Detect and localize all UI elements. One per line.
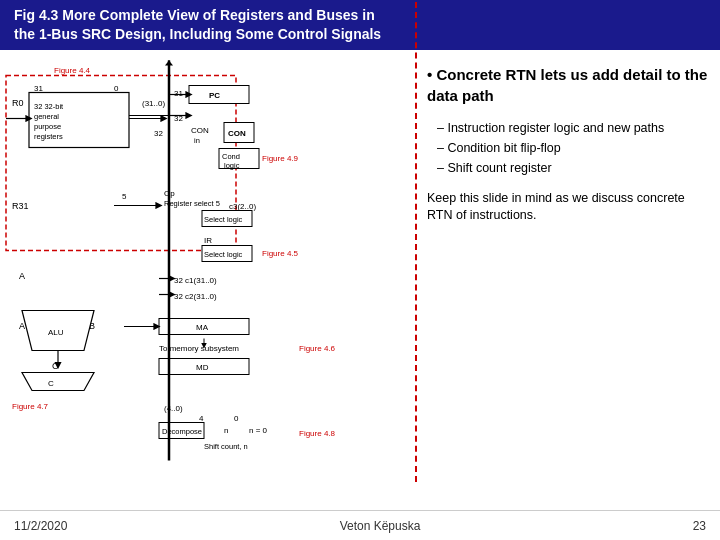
figure48-label: Figure 4.8	[299, 428, 336, 437]
footer-author: Veton Këpuska	[340, 519, 421, 533]
svg-text:CON: CON	[191, 125, 209, 134]
figure47-label: Figure 4.7	[12, 401, 49, 410]
svg-text:(31..0): (31..0)	[142, 98, 165, 107]
svg-text:31: 31	[34, 83, 43, 92]
svg-text:Shift count, n: Shift count, n	[204, 441, 248, 450]
svg-text:logic: logic	[224, 160, 240, 169]
diagram-area: Figure 4.4 R0 31 0 32 32-bit general pur…	[0, 54, 415, 514]
footer-date: 11/2/2020	[14, 519, 67, 533]
svg-text:in: in	[194, 135, 200, 144]
sub-bullet-2: Condition bit flip-flop	[437, 138, 708, 158]
svg-text:n = 0: n = 0	[249, 425, 268, 434]
svg-text:ALU: ALU	[48, 327, 64, 336]
figure46-label: Figure 4.6	[299, 343, 336, 352]
svg-text:A: A	[19, 270, 25, 280]
sub-bullet-3: Shift count register	[437, 158, 708, 178]
footer-page: 23	[693, 519, 706, 533]
header-line2: the 1-Bus SRC Design, Including Some Con…	[14, 26, 381, 42]
svg-text:32   c2(31..0): 32 c2(31..0)	[174, 291, 217, 300]
svg-text:32: 32	[174, 113, 183, 122]
svg-text:general: general	[34, 111, 59, 120]
svg-text:Cond: Cond	[222, 151, 240, 160]
svg-text:5: 5	[122, 191, 127, 200]
svg-text:A: A	[19, 320, 25, 330]
svg-text:31: 31	[174, 88, 183, 97]
svg-text:32   c1(31..0): 32 c1(31..0)	[174, 275, 217, 284]
keep-slide-text: Keep this slide in mind as we discuss co…	[427, 190, 708, 225]
svg-text:IR: IR	[204, 235, 212, 244]
svg-text:Select logic: Select logic	[204, 214, 243, 223]
svg-text:Register select  5: Register select 5	[164, 198, 220, 207]
svg-text:MA: MA	[196, 322, 209, 331]
bullet-main-text: • Concrete RTN lets us add detail to the…	[427, 66, 707, 104]
svg-text:Select logic: Select logic	[204, 249, 243, 258]
svg-text:registers: registers	[34, 131, 63, 140]
svg-text:c3(2..0): c3(2..0)	[229, 201, 256, 210]
svg-text:0: 0	[234, 413, 239, 422]
svg-text:CON: CON	[228, 128, 246, 137]
svg-text:R31: R31	[12, 200, 29, 210]
header: Fig 4.3 More Complete View of Registers …	[0, 0, 720, 50]
footer: 11/2/2020 Veton Këpuska 23	[0, 510, 720, 540]
svg-text:purpose: purpose	[34, 121, 61, 130]
svg-marker-57	[22, 372, 94, 390]
svg-text:32 32-bit: 32 32-bit	[34, 101, 64, 110]
divider-line	[415, 2, 417, 482]
svg-text:4: 4	[199, 413, 204, 422]
svg-text:R0: R0	[12, 97, 24, 107]
svg-text:To memory subsystem: To memory subsystem	[159, 343, 239, 352]
svg-text:32: 32	[154, 128, 163, 137]
sub-bullet-list: Instruction register logic and new paths…	[427, 118, 708, 178]
svg-text:n: n	[224, 425, 228, 434]
svg-text:PC: PC	[209, 90, 220, 99]
figure49-label: Figure 4.9	[262, 153, 299, 162]
sub-bullet-1: Instruction register logic and new paths	[437, 118, 708, 138]
svg-text:(4..0): (4..0)	[164, 403, 183, 412]
svg-text:C: C	[48, 378, 54, 387]
figure45-label: Figure 4.5	[262, 248, 299, 257]
concrete-rtn-bullet: • Concrete RTN lets us add detail to the…	[427, 64, 708, 106]
figure44-label: Figure 4.4	[54, 65, 91, 74]
header-line1: Fig 4.3 More Complete View of Registers …	[14, 7, 375, 23]
right-panel: • Concrete RTN lets us add detail to the…	[415, 54, 720, 510]
svg-text:0: 0	[114, 83, 119, 92]
svg-text:MD: MD	[196, 362, 209, 371]
